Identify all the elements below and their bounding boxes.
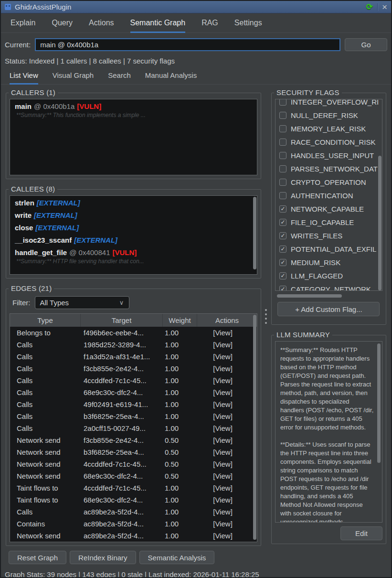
- view-link[interactable]: [View]: [197, 400, 257, 408]
- flag-row[interactable]: CRYPTO_OPERATION: [275, 175, 382, 189]
- view-tab[interactable]: Search: [108, 71, 131, 85]
- flag-row[interactable]: ✓ POTENTIAL_DATA_EXFIL: [275, 242, 382, 256]
- flag-checkbox[interactable]: ✓: [279, 259, 286, 266]
- flag-row[interactable]: ✓ NETWORK_CAPABLE: [275, 202, 382, 215]
- tab[interactable]: Query: [52, 19, 73, 33]
- edge-row[interactable]: Network send ac89be2a-5f2d-4... 1.00 [Vi…: [10, 530, 257, 542]
- callee-item[interactable]: handle_get_file@ 0x400841[VULN] **Summar…: [10, 246, 257, 267]
- view-link[interactable]: [View]: [197, 388, 257, 396]
- edge-row[interactable]: Calls 2a0cff15-0027-49... 1.00 [View]: [10, 422, 257, 434]
- column-header-target[interactable]: Target: [81, 314, 163, 327]
- flag-row[interactable]: AUTHENTICATION: [275, 189, 382, 202]
- edge-row[interactable]: Calls ac89be2a-5f2d-4... 1.00 [View]: [10, 506, 257, 518]
- tab[interactable]: Settings: [234, 19, 262, 33]
- flag-checkbox[interactable]: ✓: [279, 246, 286, 253]
- view-link[interactable]: [View]: [197, 341, 257, 349]
- edge-row[interactable]: Calls 1985d252-3289-4... 1.00 [View]: [10, 339, 257, 351]
- flag-row[interactable]: HANDLES_USER_INPUT: [275, 149, 382, 162]
- view-tab[interactable]: Visual Graph: [53, 71, 94, 85]
- view-link[interactable]: [View]: [197, 532, 257, 540]
- footer-action-button[interactable]: Semantic Analysis: [139, 551, 215, 564]
- view-link[interactable]: [View]: [197, 436, 257, 444]
- flag-checkbox[interactable]: [279, 152, 286, 159]
- panel-splitter[interactable]: [265, 88, 267, 546]
- callee-item[interactable]: __isoc23_sscanf[EXTERNAL]: [10, 233, 257, 246]
- flag-checkbox[interactable]: [279, 192, 286, 199]
- edge-row[interactable]: Calls f3cb855e-2e42-4... 1.00 [View]: [10, 363, 257, 375]
- flag-checkbox[interactable]: [279, 179, 286, 186]
- llm-summary-text[interactable]: **Summary:** Routes HTTP requests to app…: [275, 341, 382, 523]
- view-link[interactable]: [View]: [197, 376, 257, 385]
- footer-action-button[interactable]: Reset Graph: [9, 551, 66, 564]
- flag-checkbox[interactable]: ✓: [279, 205, 286, 213]
- callee-item[interactable]: strlen[EXTERNAL]: [10, 196, 257, 208]
- flag-row[interactable]: ✓ LLM_FLAGGED: [275, 269, 382, 282]
- view-link[interactable]: [View]: [197, 353, 257, 361]
- view-link[interactable]: [View]: [197, 508, 257, 516]
- edit-button[interactable]: Edit: [340, 526, 382, 540]
- flag-row[interactable]: ✓ MEDIUM_RISK: [275, 256, 382, 269]
- edge-row[interactable]: Calls b3f6825e-25ea-4... 1.00 [View]: [10, 410, 257, 422]
- edge-row[interactable]: Calls 49f02491-e619-41... 1.00 [View]: [10, 398, 257, 410]
- view-link[interactable]: [View]: [197, 424, 257, 432]
- flag-row[interactable]: INTEGER_OVERFLOW_RI: [275, 99, 382, 108]
- view-tab[interactable]: List View: [10, 71, 38, 85]
- edge-row[interactable]: Network send 68e9c30c-dfc2-4... 0.50 [Vi…: [10, 470, 257, 482]
- go-button[interactable]: Go: [345, 38, 387, 51]
- callees-scrollbar-thumb[interactable]: [253, 197, 256, 269]
- flag-checkbox[interactable]: ✓: [279, 232, 286, 239]
- add-custom-flag-button[interactable]: + Add Custom Flag...: [277, 302, 380, 316]
- current-function-input[interactable]: [35, 38, 340, 51]
- view-link[interactable]: [View]: [197, 329, 257, 337]
- edge-row[interactable]: Belongs to f496b6ec-eebe-4... 1.00 [View…: [10, 327, 257, 339]
- flag-checkbox[interactable]: [279, 125, 286, 132]
- tab[interactable]: RAG: [201, 19, 218, 33]
- flag-row[interactable]: PARSES_NETWORK_DAT: [275, 162, 382, 175]
- edge-row[interactable]: Taint flows to 4ccddfed-7c1c-45... 1.00 …: [10, 482, 257, 494]
- flag-checkbox[interactable]: [279, 165, 286, 172]
- tab[interactable]: Semantic Graph: [130, 19, 186, 33]
- callee-item[interactable]: write[EXTERNAL]: [10, 208, 257, 221]
- flag-checkbox[interactable]: [279, 139, 286, 146]
- llm-scrollbar-thumb[interactable]: [377, 343, 381, 463]
- view-link[interactable]: [View]: [197, 496, 257, 504]
- flag-checkbox[interactable]: [279, 112, 286, 119]
- edge-row[interactable]: Calls 4ccddfed-7c1c-45... 1.00 [View]: [10, 375, 257, 386]
- tab[interactable]: Actions: [89, 19, 114, 33]
- flags-hscrollbar-thumb[interactable]: [277, 294, 342, 298]
- view-link[interactable]: [View]: [197, 520, 257, 528]
- edge-row[interactable]: Calls 68e9c30c-dfc2-4... 1.00 [View]: [10, 386, 257, 398]
- flags-scrollbar-thumb[interactable]: [378, 156, 381, 290]
- close-icon[interactable]: ×: [382, 2, 387, 11]
- edge-row[interactable]: Network send b3f6825e-25ea-4... 0.50 [Vi…: [10, 446, 257, 458]
- view-link[interactable]: [View]: [197, 472, 257, 480]
- flag-row[interactable]: RACE_CONDITION_RISK: [275, 135, 382, 149]
- flag-checkbox[interactable]: ✓: [279, 286, 286, 291]
- view-link[interactable]: [View]: [197, 448, 257, 456]
- flag-row[interactable]: ✓ WRITES_FILES: [275, 229, 382, 242]
- column-header-type[interactable]: Type: [10, 314, 81, 327]
- view-link[interactable]: [View]: [197, 412, 257, 420]
- flag-row[interactable]: ✓ FILE_IO_CAPABLE: [275, 215, 382, 229]
- flag-row[interactable]: NULL_DEREF_RISK: [275, 108, 382, 122]
- edge-row[interactable]: Contains ac89be2a-5f2d-4... 1.00 [View]: [10, 518, 257, 530]
- tab[interactable]: Explain: [11, 19, 35, 33]
- callee-item[interactable]: close[EXTERNAL]: [10, 221, 257, 233]
- flag-checkbox[interactable]: ✓: [279, 219, 286, 226]
- edge-row[interactable]: Calls f1a3d52a-af31-4e1... 1.00 [View]: [10, 351, 257, 363]
- flag-row[interactable]: MEMORY_LEAK_RISK: [275, 122, 382, 135]
- view-link[interactable]: [View]: [197, 460, 257, 468]
- edge-row[interactable]: Taint flows to 68e9c30c-dfc2-4... 1.00 […: [10, 494, 257, 506]
- flag-checkbox[interactable]: ✓: [279, 272, 286, 279]
- column-header-actions[interactable]: Actions: [197, 314, 257, 327]
- column-header-weight[interactable]: Weight: [163, 314, 197, 327]
- edge-row[interactable]: Network send f3cb855e-2e42-4... 0.50 [Vi…: [10, 434, 257, 446]
- edge-filter-select[interactable]: All Types ∨: [35, 296, 129, 309]
- view-link[interactable]: [View]: [197, 484, 257, 492]
- footer-action-button[interactable]: ReIndex Binary: [70, 551, 136, 564]
- view-link[interactable]: [View]: [197, 364, 257, 373]
- view-tab[interactable]: Manual Analysis: [145, 71, 197, 85]
- flag-checkbox[interactable]: [279, 99, 286, 106]
- edges-scrollbar-thumb[interactable]: [253, 315, 256, 540]
- flag-row[interactable]: ✓ CATEGORY_NETWORK: [275, 282, 382, 291]
